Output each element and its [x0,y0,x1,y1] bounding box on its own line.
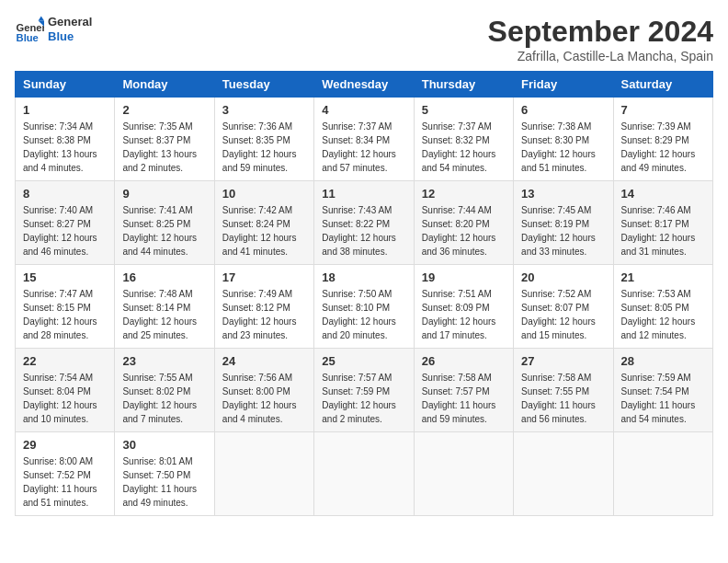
day-info: Sunrise: 7:50 AMSunset: 8:10 PMDaylight:… [322,287,405,342]
day-info: Sunrise: 7:36 AMSunset: 8:35 PMDaylight:… [222,120,306,175]
daylight-text: Daylight: 12 hours and 59 minutes. [222,147,306,175]
sunrise-text: Sunrise: 7:43 AM [322,203,405,217]
table-cell: 3Sunrise: 7:36 AMSunset: 8:35 PMDaylight… [214,98,313,181]
day-number: 29 [23,438,107,452]
day-number: 8 [23,187,107,201]
day-number: 20 [521,270,605,284]
day-number: 16 [122,270,206,284]
table-cell [414,432,513,516]
sunset-text: Sunset: 8:27 PM [23,217,107,231]
title-section: September 2024 Zafrilla, Castille-La Man… [488,15,713,63]
sunrise-text: Sunrise: 7:57 AM [322,371,405,385]
sunrise-text: Sunrise: 7:45 AM [521,203,605,217]
table-cell: 14Sunrise: 7:46 AMSunset: 8:17 PMDayligh… [613,181,712,265]
day-info: Sunrise: 7:43 AMSunset: 8:22 PMDaylight:… [322,203,405,259]
table-cell: 8Sunrise: 7:40 AMSunset: 8:27 PMDaylight… [16,181,115,265]
sunrise-text: Sunrise: 7:44 AM [422,203,506,217]
day-number: 23 [122,354,206,368]
day-number: 11 [322,187,405,201]
col-friday: Friday [514,72,613,98]
day-number: 2 [122,103,206,117]
sunrise-text: Sunrise: 7:37 AM [422,120,506,133]
sunset-text: Sunset: 8:34 PM [322,133,405,147]
sunrise-text: Sunrise: 7:42 AM [222,203,306,217]
sunset-text: Sunset: 8:14 PM [122,301,206,315]
svg-text:Blue: Blue [17,32,39,43]
sunrise-text: Sunrise: 7:53 AM [621,287,705,301]
day-number: 10 [222,187,306,201]
day-number: 22 [23,354,107,368]
daylight-text: Daylight: 12 hours and 31 minutes. [621,231,705,259]
table-cell: 22Sunrise: 7:54 AMSunset: 8:04 PMDayligh… [16,349,115,432]
calendar-subtitle: Zafrilla, Castille-La Mancha, Spain [488,49,713,63]
sunrise-text: Sunrise: 7:34 AM [23,120,107,133]
sunrise-text: Sunrise: 7:37 AM [322,120,405,133]
sunrise-text: Sunrise: 8:01 AM [122,454,206,468]
day-number: 12 [422,187,506,201]
day-info: Sunrise: 7:55 AMSunset: 8:02 PMDaylight:… [122,371,206,426]
sunrise-text: Sunrise: 7:51 AM [422,287,506,301]
table-cell: 28Sunrise: 7:59 AMSunset: 7:54 PMDayligh… [613,349,712,432]
day-number: 27 [521,354,605,368]
daylight-text: Daylight: 11 hours and 54 minutes. [621,398,705,426]
daylight-text: Daylight: 11 hours and 56 minutes. [521,398,605,426]
table-cell: 19Sunrise: 7:51 AMSunset: 8:09 PMDayligh… [414,265,513,349]
sunrise-text: Sunrise: 7:58 AM [521,371,605,385]
day-info: Sunrise: 7:44 AMSunset: 8:20 PMDaylight:… [422,203,506,259]
table-cell [613,432,712,516]
day-number: 5 [422,103,506,117]
col-monday: Monday [115,72,214,98]
sunset-text: Sunset: 7:59 PM [322,385,405,398]
sunrise-text: Sunrise: 7:54 AM [23,371,107,385]
sunset-text: Sunset: 8:02 PM [122,385,206,398]
table-cell [514,432,613,516]
table-cell: 17Sunrise: 7:49 AMSunset: 8:12 PMDayligh… [214,265,313,349]
table-cell: 6Sunrise: 7:38 AMSunset: 8:30 PMDaylight… [514,98,613,181]
sunset-text: Sunset: 8:24 PM [222,217,306,231]
week-row-3: 15Sunrise: 7:47 AMSunset: 8:15 PMDayligh… [16,265,713,349]
day-number: 18 [322,270,405,284]
daylight-text: Daylight: 13 hours and 2 minutes. [122,147,206,175]
col-tuesday: Tuesday [214,72,313,98]
day-info: Sunrise: 7:37 AMSunset: 8:32 PMDaylight:… [422,120,506,175]
daylight-text: Daylight: 12 hours and 20 minutes. [322,315,405,342]
table-cell: 26Sunrise: 7:58 AMSunset: 7:57 PMDayligh… [414,349,513,432]
logo-general-text: General [48,15,92,29]
day-info: Sunrise: 7:56 AMSunset: 8:00 PMDaylight:… [222,371,306,426]
sunrise-text: Sunrise: 7:39 AM [621,120,705,133]
day-info: Sunrise: 7:52 AMSunset: 8:07 PMDaylight:… [521,287,605,342]
sunset-text: Sunset: 7:52 PM [23,468,107,482]
daylight-text: Daylight: 12 hours and 44 minutes. [122,231,206,259]
daylight-text: Daylight: 12 hours and 25 minutes. [122,315,206,342]
day-number: 1 [23,103,107,117]
table-cell: 2Sunrise: 7:35 AMSunset: 8:37 PMDaylight… [115,98,214,181]
daylight-text: Daylight: 12 hours and 46 minutes. [23,231,107,259]
sunrise-text: Sunrise: 7:41 AM [122,203,206,217]
sunset-text: Sunset: 8:09 PM [422,301,506,315]
sunset-text: Sunset: 8:05 PM [621,301,705,315]
daylight-text: Daylight: 12 hours and 38 minutes. [322,231,405,259]
table-cell: 18Sunrise: 7:50 AMSunset: 8:10 PMDayligh… [314,265,414,349]
day-number: 6 [521,103,605,117]
sunset-text: Sunset: 8:29 PM [621,133,705,147]
daylight-text: Daylight: 11 hours and 51 minutes. [23,482,107,510]
daylight-text: Daylight: 12 hours and 2 minutes. [322,398,405,426]
day-info: Sunrise: 7:41 AMSunset: 8:25 PMDaylight:… [122,203,206,259]
day-info: Sunrise: 7:40 AMSunset: 8:27 PMDaylight:… [23,203,107,259]
table-cell: 10Sunrise: 7:42 AMSunset: 8:24 PMDayligh… [214,181,313,265]
table-cell [214,432,313,516]
logo-blue-text: Blue [48,29,92,44]
day-info: Sunrise: 7:42 AMSunset: 8:24 PMDaylight:… [222,203,306,259]
col-saturday: Saturday [613,72,712,98]
logo: General Blue General Blue [15,15,92,44]
day-number: 21 [621,270,705,284]
daylight-text: Daylight: 13 hours and 4 minutes. [23,147,107,175]
sunrise-text: Sunrise: 7:55 AM [122,371,206,385]
sunrise-text: Sunrise: 7:35 AM [122,120,206,133]
day-number: 13 [521,187,605,201]
table-cell: 24Sunrise: 7:56 AMSunset: 8:00 PMDayligh… [214,349,313,432]
sunset-text: Sunset: 7:50 PM [122,468,206,482]
sunset-text: Sunset: 7:54 PM [621,385,705,398]
daylight-text: Daylight: 12 hours and 49 minutes. [621,147,705,175]
sunset-text: Sunset: 8:38 PM [23,133,107,147]
